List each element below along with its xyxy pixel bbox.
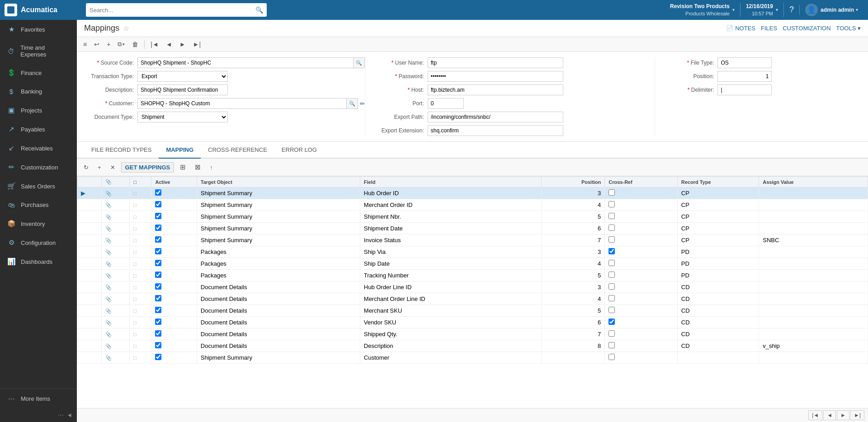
active-checkbox[interactable] bbox=[155, 342, 161, 348]
crossref-checkbox[interactable] bbox=[609, 213, 615, 219]
row-crossref-cell[interactable] bbox=[605, 305, 677, 317]
delimiter-input[interactable] bbox=[717, 84, 772, 95]
row-crossref-cell[interactable] bbox=[605, 199, 677, 211]
sidebar-item-favorites[interactable]: ★ Favorites bbox=[0, 20, 77, 39]
row-active-cell[interactable] bbox=[151, 234, 197, 246]
row-crossref-cell[interactable] bbox=[605, 211, 677, 223]
customer-input[interactable] bbox=[137, 98, 347, 109]
crossref-checkbox[interactable] bbox=[609, 236, 615, 243]
description-input[interactable] bbox=[137, 84, 228, 95]
crossref-checkbox[interactable] bbox=[609, 342, 615, 348]
row-expand-cell[interactable] bbox=[77, 352, 102, 364]
row-active-cell[interactable] bbox=[151, 223, 197, 234]
tab-error-log[interactable]: ERROR LOG bbox=[274, 142, 324, 159]
row-expand-cell[interactable] bbox=[77, 258, 102, 270]
row-active-cell[interactable] bbox=[151, 340, 197, 352]
row-expand-cell[interactable] bbox=[77, 270, 102, 281]
row-expand-cell[interactable] bbox=[77, 293, 102, 305]
crossref-checkbox[interactable] bbox=[609, 260, 615, 266]
row-expand-cell[interactable] bbox=[77, 317, 102, 328]
sidebar-item-projects[interactable]: ▣ Projects bbox=[0, 101, 77, 120]
transaction-type-select[interactable]: Export Import bbox=[137, 71, 228, 82]
bottom-next-button[interactable]: ► bbox=[837, 410, 849, 420]
search-input[interactable] bbox=[90, 7, 255, 14]
crossref-checkbox[interactable] bbox=[609, 189, 615, 196]
row-crossref-cell[interactable] bbox=[605, 328, 677, 340]
row-expand-cell[interactable] bbox=[77, 246, 102, 258]
collapse-panel-button[interactable]: ≡ bbox=[80, 39, 90, 50]
active-checkbox[interactable] bbox=[155, 189, 161, 196]
position-input[interactable] bbox=[717, 71, 772, 82]
clear-filter-button[interactable]: ⊠ bbox=[192, 161, 204, 173]
row-expand-cell[interactable] bbox=[77, 305, 102, 317]
undo-button[interactable]: ↩ bbox=[91, 39, 102, 50]
next-record-button[interactable]: ► bbox=[177, 39, 189, 50]
nav-help-button[interactable]: ? bbox=[784, 5, 800, 14]
active-checkbox[interactable] bbox=[155, 319, 161, 325]
active-checkbox[interactable] bbox=[155, 248, 161, 254]
row-active-cell[interactable] bbox=[151, 199, 197, 211]
row-crossref-cell[interactable] bbox=[605, 293, 677, 305]
prev-record-button[interactable]: ◄ bbox=[163, 39, 175, 50]
active-checkbox[interactable] bbox=[155, 225, 161, 231]
row-crossref-cell[interactable] bbox=[605, 352, 677, 364]
row-active-cell[interactable] bbox=[151, 317, 197, 328]
first-record-button[interactable]: |◄ bbox=[148, 39, 161, 50]
nav-user[interactable]: 👤 admin admin ▾ bbox=[800, 4, 863, 16]
bottom-prev-button[interactable]: ◄ bbox=[823, 410, 836, 420]
export-extension-input[interactable] bbox=[428, 125, 563, 136]
sidebar-item-payables[interactable]: ↗ Payables bbox=[0, 120, 77, 139]
row-active-cell[interactable] bbox=[151, 352, 197, 364]
source-code-input[interactable] bbox=[137, 57, 354, 68]
row-active-cell[interactable] bbox=[151, 211, 197, 223]
active-checkbox[interactable] bbox=[155, 201, 161, 207]
row-crossref-cell[interactable] bbox=[605, 258, 677, 270]
sidebar-collapse-button[interactable]: ⋯ ◄ bbox=[0, 408, 77, 422]
row-crossref-cell[interactable] bbox=[605, 246, 677, 258]
sidebar-item-purchases[interactable]: 🛍 Purchases bbox=[0, 196, 77, 214]
get-mappings-button[interactable]: GET MAPPINGS bbox=[121, 162, 175, 173]
source-code-search-icon[interactable]: 🔍 bbox=[354, 57, 365, 68]
sidebar-item-sales-orders[interactable]: 🛒 Sales Orders bbox=[0, 177, 77, 196]
active-checkbox[interactable] bbox=[155, 307, 161, 313]
search-button[interactable]: 🔍 bbox=[255, 6, 263, 14]
active-checkbox[interactable] bbox=[155, 354, 161, 360]
nav-company[interactable]: Revision Two Products Products Wholesale… bbox=[665, 3, 741, 17]
export-button[interactable]: ↑ bbox=[207, 162, 216, 173]
table-refresh-button[interactable]: ↻ bbox=[80, 162, 92, 173]
tab-file-record-types[interactable]: FILE RECORD TYPES bbox=[84, 142, 159, 159]
sidebar-item-finance[interactable]: 💲 Finance bbox=[0, 63, 77, 82]
active-checkbox[interactable] bbox=[155, 236, 161, 243]
add-record-button[interactable]: + bbox=[104, 39, 113, 50]
row-expand-cell[interactable] bbox=[77, 211, 102, 223]
sidebar-item-dashboards[interactable]: 📊 Dashboards bbox=[0, 252, 77, 271]
row-expand-cell[interactable] bbox=[77, 328, 102, 340]
tab-mapping[interactable]: MAPPING bbox=[159, 142, 201, 159]
row-crossref-cell[interactable] bbox=[605, 234, 677, 246]
crossref-checkbox[interactable] bbox=[609, 283, 615, 290]
tab-cross-reference[interactable]: CROSS-REFERENCE bbox=[201, 142, 274, 159]
active-checkbox[interactable] bbox=[155, 272, 161, 278]
sidebar-item-receivables[interactable]: ↙ Receivables bbox=[0, 139, 77, 158]
customer-search-icon[interactable]: 🔍 bbox=[347, 98, 358, 109]
row-active-cell[interactable] bbox=[151, 281, 197, 293]
row-crossref-cell[interactable] bbox=[605, 223, 677, 234]
crossref-checkbox[interactable] bbox=[609, 319, 615, 325]
username-input[interactable] bbox=[428, 57, 563, 68]
row-crossref-cell[interactable] bbox=[605, 188, 677, 199]
bottom-last-button[interactable]: ►| bbox=[850, 410, 864, 420]
fit-columns-button[interactable]: ⊞ bbox=[177, 161, 189, 173]
expand-icon[interactable]: ▶ bbox=[81, 190, 85, 197]
notes-button[interactable]: 📄 NOTES bbox=[726, 25, 755, 32]
bottom-first-button[interactable]: |◄ bbox=[808, 410, 822, 420]
active-checkbox[interactable] bbox=[155, 260, 161, 266]
sidebar-item-customization[interactable]: ✏ Customization bbox=[0, 158, 77, 177]
crossref-checkbox[interactable] bbox=[609, 225, 615, 231]
crossref-checkbox[interactable] bbox=[609, 201, 615, 207]
row-expand-cell[interactable] bbox=[77, 223, 102, 234]
document-type-select[interactable]: Shipment Order bbox=[137, 112, 228, 122]
sidebar-item-configuration[interactable]: ⚙ Configuration bbox=[0, 233, 77, 252]
crossref-checkbox[interactable] bbox=[609, 272, 615, 278]
row-active-cell[interactable] bbox=[151, 270, 197, 281]
row-crossref-cell[interactable] bbox=[605, 317, 677, 328]
